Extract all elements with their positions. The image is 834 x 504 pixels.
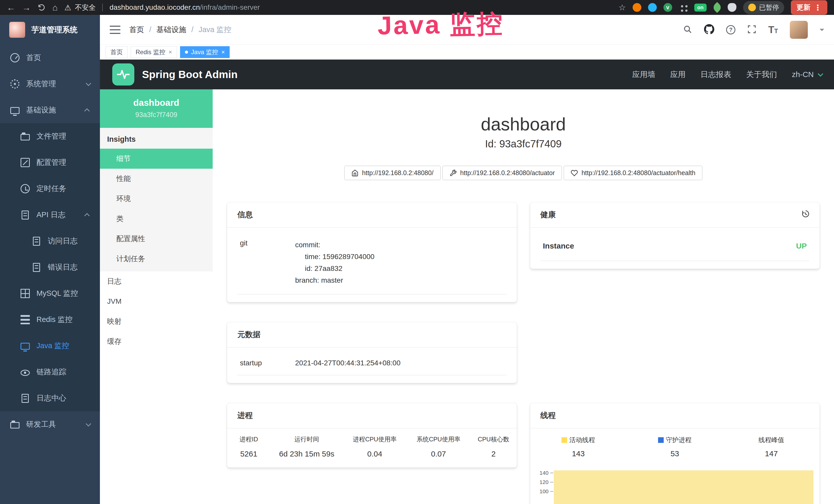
table-column: 运行时间 6d 23h 15m 59s bbox=[270, 435, 343, 458]
info-card-title: 信息 bbox=[237, 209, 253, 220]
update-button[interactable]: 更新 ⋮ bbox=[791, 0, 827, 15]
spring-boot-admin-logo[interactable] bbox=[112, 63, 134, 86]
close-icon[interactable]: × bbox=[169, 49, 172, 55]
sidebar-item-file[interactable]: 文件管理 bbox=[0, 123, 100, 150]
app-title: 芋道管理系统 bbox=[31, 25, 78, 35]
sidebar-item-infrastructure[interactable]: 基础设施 bbox=[0, 97, 100, 123]
hamburger-icon[interactable] bbox=[110, 26, 120, 34]
breadcrumb-infrastructure[interactable]: 基础设施 bbox=[156, 25, 186, 35]
sba-nav-about[interactable]: 关于我们 bbox=[746, 69, 777, 80]
breadcrumb: 首页 / 基础设施 / Java 监控 bbox=[129, 25, 231, 35]
instance-label: Instance bbox=[543, 242, 574, 250]
tab-home[interactable]: 首页 bbox=[106, 46, 128, 58]
legend-item: 活动线程 143 bbox=[530, 436, 627, 458]
home-icon[interactable]: ⌂ bbox=[52, 3, 58, 12]
sba-sidebar: dashboard 93a3fc7f7409 Insights 细节 性能 环境… bbox=[100, 89, 213, 504]
extension-leaf-icon[interactable] bbox=[712, 2, 723, 13]
chart-plot-area bbox=[553, 467, 814, 504]
sidebar-item-dev-tools[interactable]: 研发工具 bbox=[0, 411, 100, 437]
refresh-icon[interactable] bbox=[38, 3, 46, 12]
info-card: 信息 git commit: time: 1596289704000 id: 2… bbox=[227, 202, 517, 302]
paused-badge[interactable]: 已暂停 bbox=[743, 1, 784, 14]
startup-key: startup bbox=[240, 359, 295, 367]
help-icon[interactable] bbox=[726, 25, 736, 35]
logo-image bbox=[9, 22, 25, 38]
history-icon[interactable] bbox=[801, 210, 809, 220]
sidebar-item-system[interactable]: 系统管理 bbox=[0, 71, 100, 97]
sidebar-item-home[interactable]: 首页 bbox=[0, 45, 100, 71]
breadcrumb-current: Java 监控 bbox=[199, 25, 231, 35]
sidebar-item-mysql-monitor[interactable]: MySQL 监控 bbox=[0, 280, 100, 306]
page-title: dashboard bbox=[227, 114, 820, 135]
threads-legend: 活动线程 143 守护进程 53 线程峰值 147 bbox=[530, 429, 820, 458]
sidebar-item-java-monitor[interactable]: Java 监控 bbox=[0, 333, 100, 359]
sba-item-metrics[interactable]: 性能 bbox=[100, 169, 213, 189]
sba-nav-applications[interactable]: 应用 bbox=[670, 69, 685, 80]
github-icon[interactable] bbox=[704, 24, 714, 36]
paused-label: 已暂停 bbox=[759, 3, 779, 12]
threads-card: 线程 活动线程 143 守护进程 53 线程峰值 bbox=[530, 403, 820, 504]
security-chip[interactable]: ⚠ 不安全 bbox=[64, 3, 96, 12]
back-icon[interactable]: ← bbox=[7, 3, 16, 12]
menu-dots-icon[interactable]: ⋮ bbox=[814, 3, 822, 12]
address-url[interactable]: dashboard.yudao.iocoder.cn/infra/admin-s… bbox=[109, 3, 260, 12]
yellow-legend-swatch bbox=[562, 437, 567, 443]
sidebar-item-config[interactable]: 配置管理 bbox=[0, 150, 100, 176]
sba-item-details[interactable]: 细节 bbox=[100, 148, 213, 169]
live-threads-area bbox=[554, 471, 814, 504]
sba-app-name: dashboard bbox=[105, 97, 207, 108]
font-size-icon[interactable] bbox=[768, 25, 778, 35]
tab-java-monitor[interactable]: Java 监控 × bbox=[180, 46, 229, 58]
doc-icon bbox=[33, 237, 40, 246]
sba-item-logs[interactable]: 日志 bbox=[100, 271, 213, 292]
sba-brand-title[interactable]: Spring Boot Admin bbox=[142, 69, 238, 81]
sba-item-jvm[interactable]: JVM bbox=[100, 292, 213, 312]
sba-item-caches[interactable]: 缓存 bbox=[100, 331, 213, 351]
instance-home-link[interactable]: http://192.168.0.2:48080/ bbox=[344, 166, 441, 180]
sba-item-scheduled-tasks[interactable]: 计划任务 bbox=[100, 249, 213, 269]
redis-icon bbox=[21, 315, 30, 324]
sidebar-item-access-log[interactable]: 访问日志 bbox=[0, 228, 100, 254]
url-path: /infra/admin-server bbox=[200, 3, 260, 11]
metadata-card-title: 元数据 bbox=[237, 329, 260, 340]
threads-card-title: 线程 bbox=[541, 410, 556, 421]
sidebar-item-log-center[interactable]: 日志中心 bbox=[0, 385, 100, 411]
extensions-grid-icon[interactable] bbox=[679, 3, 687, 12]
avatar-caret-icon[interactable] bbox=[820, 29, 824, 33]
extension-icon-orange[interactable] bbox=[633, 3, 641, 12]
sba-app-id: 93a3fc7f7409 bbox=[105, 111, 207, 119]
sba-item-environment[interactable]: 环境 bbox=[100, 189, 213, 209]
tab-redis-monitor[interactable]: Redis 监控 × bbox=[131, 46, 177, 58]
sba-nav-wallboard[interactable]: 应用墙 bbox=[632, 69, 655, 80]
search-icon[interactable] bbox=[683, 25, 692, 35]
close-icon[interactable]: × bbox=[221, 49, 225, 55]
sba-item-classes[interactable]: 类 bbox=[100, 209, 213, 229]
sidebar-item-tracing[interactable]: 链路追踪 bbox=[0, 359, 100, 385]
sidebar-item-error-log[interactable]: 错误日志 bbox=[0, 254, 100, 280]
forward-icon[interactable]: → bbox=[22, 3, 31, 12]
extension-icon-drop[interactable] bbox=[648, 3, 657, 12]
sba-item-mappings[interactable]: 映射 bbox=[100, 312, 213, 331]
extension-icon-green-v[interactable] bbox=[663, 3, 672, 12]
sba-nav-journal[interactable]: 日志报表 bbox=[700, 69, 731, 80]
startup-row: startup 2021-04-27T00:44:31.254+08:00 bbox=[237, 351, 506, 375]
trace-eye-icon bbox=[21, 370, 30, 376]
sidebar-item-api-log[interactable]: API 日志 bbox=[0, 202, 100, 228]
language-selector[interactable]: zh-CN bbox=[792, 70, 822, 79]
app-logo[interactable]: 芋道管理系统 bbox=[0, 15, 100, 45]
sba-app-header[interactable]: dashboard 93a3fc7f7409 bbox=[100, 89, 213, 128]
bookmark-star-icon[interactable]: ☆ bbox=[618, 3, 626, 12]
breadcrumb-home[interactable]: 首页 bbox=[129, 25, 144, 35]
sidebar-item-redis-monitor[interactable]: Redis 监控 bbox=[0, 306, 100, 333]
log-center-icon bbox=[22, 394, 29, 403]
chevron-down-icon bbox=[818, 71, 823, 76]
avatar[interactable] bbox=[790, 21, 808, 39]
extension-paw-icon[interactable] bbox=[728, 3, 737, 12]
sba-item-config-props[interactable]: 配置属性 bbox=[100, 229, 213, 249]
extension-on-badge[interactable]: on bbox=[694, 4, 707, 12]
dashboard-icon bbox=[10, 53, 20, 62]
fullscreen-icon[interactable] bbox=[747, 25, 756, 35]
health-link[interactable]: http://192.168.0.2:48080/actuator/health bbox=[564, 166, 702, 180]
actuator-link[interactable]: http://192.168.0.2:48080/actuator bbox=[442, 166, 562, 180]
sidebar-item-scheduled-job[interactable]: 定时任务 bbox=[0, 176, 100, 202]
